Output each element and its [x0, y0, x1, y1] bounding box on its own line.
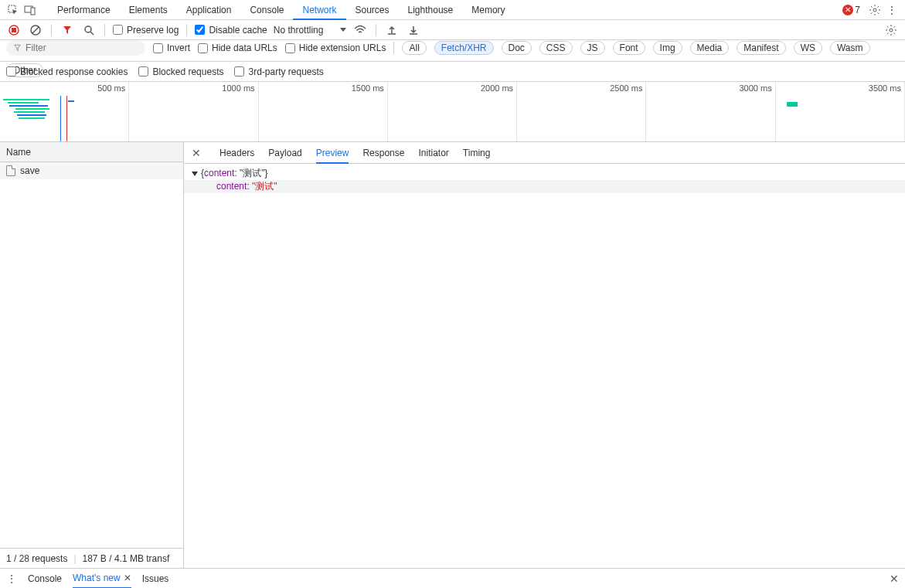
detail-tab-initiator[interactable]: Initiator [418, 142, 448, 164]
filter-type-font[interactable]: Font [613, 41, 645, 55]
timeline-tick: 3500 ms [869, 83, 901, 93]
timeline-tick: 500 ms [97, 83, 125, 93]
more-menu-icon[interactable]: ⋮ [883, 2, 900, 19]
svg-rect-2 [31, 8, 35, 15]
timeline-bar [3, 99, 49, 100]
invert-checkbox[interactable]: Invert [153, 42, 190, 53]
throttling-select[interactable]: No throttling [274, 25, 347, 36]
filter-type-all[interactable]: All [402, 41, 426, 55]
drawer-tab-whatsnew[interactable]: What's new ✕ [73, 569, 131, 589]
network-settings-icon[interactable] [883, 22, 899, 38]
drawer-more-icon[interactable]: ⋮ [6, 573, 17, 585]
timeline-tick: 3000 ms [739, 83, 771, 93]
timeline-tick: 2000 ms [481, 83, 513, 93]
filter-type-media[interactable]: Media [690, 41, 730, 55]
whatsnew-label: What's new [73, 568, 121, 588]
disable-cache-label: Disable cache [209, 25, 267, 36]
blocked-cookies-checkbox[interactable]: Blocked response cookies [6, 66, 128, 77]
network-toolbar: Preserve log Disable cache No throttling [0, 20, 905, 40]
search-icon[interactable] [81, 22, 97, 38]
hide-extension-urls-checkbox[interactable]: Hide extension URLs [285, 42, 386, 53]
blocked-bar: Blocked response cookies Blocked request… [0, 62, 905, 82]
load-line [66, 96, 67, 141]
network-conditions-icon[interactable] [352, 22, 368, 38]
error-count-badge[interactable]: ✕ 7 [842, 5, 860, 15]
third-party-checkbox[interactable]: 3rd-party requests [234, 66, 323, 77]
tab-elements[interactable]: Elements [120, 0, 177, 20]
timeline-bar [8, 102, 39, 104]
close-detail-icon[interactable]: ✕ [187, 147, 206, 159]
json-child-line[interactable]: content: "测试" [184, 180, 905, 193]
tab-sources[interactable]: Sources [346, 0, 399, 20]
request-name: save [20, 165, 39, 176]
close-drawer-icon[interactable]: ✕ [890, 573, 899, 585]
requests-count: 1 / 28 requests [6, 553, 67, 564]
blocked-cookies-label: Blocked response cookies [20, 66, 128, 77]
error-count: 7 [855, 5, 860, 15]
clear-button[interactable] [28, 22, 43, 38]
close-whatsnew-icon[interactable]: ✕ [124, 568, 131, 588]
timeline-tick: 1500 ms [352, 83, 384, 93]
filter-type-wasm[interactable]: Wasm [830, 41, 870, 55]
device-toolbar-icon[interactable] [22, 2, 39, 19]
disable-cache-checkbox[interactable]: Disable cache [195, 25, 267, 36]
detail-tab-timing[interactable]: Timing [463, 142, 491, 164]
detail-tab-response[interactable]: Response [362, 142, 404, 164]
filter-type-css[interactable]: CSS [539, 41, 573, 55]
tab-network[interactable]: Network [293, 0, 345, 20]
preserve-log-label: Preserve log [127, 25, 179, 36]
timeline-tick: 1000 ms [222, 83, 254, 93]
detail-tab-payload[interactable]: Payload [268, 142, 301, 164]
hide-data-urls-label: Hide data URLs [212, 42, 277, 53]
third-party-label: 3rd-party requests [248, 66, 323, 77]
column-header-name[interactable]: Name [0, 142, 183, 162]
svg-rect-5 [12, 28, 16, 32]
tab-memory[interactable]: Memory [462, 0, 514, 20]
drawer-tabs: ⋮ Console What's new ✕ Issues ✕ [0, 568, 905, 588]
inspect-icon[interactable] [5, 2, 22, 19]
hide-data-urls-checkbox[interactable]: Hide data URLs [198, 42, 277, 53]
filter-input[interactable] [26, 42, 138, 53]
timeline-overview[interactable]: 500 ms 1000 ms 1500 ms 2000 ms 2500 ms 3… [0, 82, 905, 142]
import-har-icon[interactable] [384, 22, 400, 38]
timeline-bar [9, 105, 48, 107]
file-icon [6, 165, 15, 176]
request-row[interactable]: save [0, 162, 183, 179]
timeline-bar [14, 111, 45, 113]
timeline-bar [15, 108, 49, 110]
export-har-icon[interactable] [406, 22, 421, 38]
hide-ext-urls-label: Hide extension URLs [299, 42, 386, 53]
filter-input-wrap[interactable] [6, 40, 145, 56]
request-list-panel: Name save [0, 142, 184, 548]
timeline-tick: 2500 ms [610, 83, 642, 93]
network-main: Name save ✕ Headers Payload Preview Resp… [0, 142, 905, 548]
json-root-line[interactable]: {content: "测试"} [192, 167, 897, 180]
domcontent-line [60, 96, 61, 141]
detail-tab-preview[interactable]: Preview [316, 142, 349, 164]
settings-gear-icon[interactable] [866, 2, 883, 19]
filter-type-img[interactable]: Img [653, 41, 682, 55]
chevron-down-icon [340, 28, 346, 32]
tab-console[interactable]: Console [240, 0, 293, 20]
tab-performance[interactable]: Performance [48, 0, 120, 20]
preserve-log-checkbox[interactable]: Preserve log [113, 25, 179, 36]
error-icon: ✕ [842, 5, 853, 15]
expand-triangle-icon[interactable] [192, 172, 198, 176]
preview-body: {content: "测试"} content: "测试" [184, 164, 905, 196]
timeline-bar [68, 100, 74, 102]
record-button[interactable] [6, 22, 22, 38]
filter-type-ws[interactable]: WS [794, 41, 822, 55]
filter-type-js[interactable]: JS [580, 41, 605, 55]
filter-type-fetchxhr[interactable]: Fetch/XHR [434, 41, 494, 55]
tab-lighthouse[interactable]: Lighthouse [399, 0, 463, 20]
tab-application[interactable]: Application [177, 0, 241, 20]
drawer-tab-console[interactable]: Console [28, 569, 62, 589]
blocked-requests-checkbox[interactable]: Blocked requests [138, 66, 223, 77]
filter-toggle-icon[interactable] [60, 22, 75, 38]
drawer-tab-issues[interactable]: Issues [142, 569, 169, 589]
detail-tab-headers[interactable]: Headers [219, 142, 254, 164]
filter-type-doc[interactable]: Doc [502, 41, 532, 55]
invert-label: Invert [167, 42, 190, 53]
funnel-icon [14, 44, 21, 52]
filter-type-manifest[interactable]: Manifest [737, 41, 785, 55]
